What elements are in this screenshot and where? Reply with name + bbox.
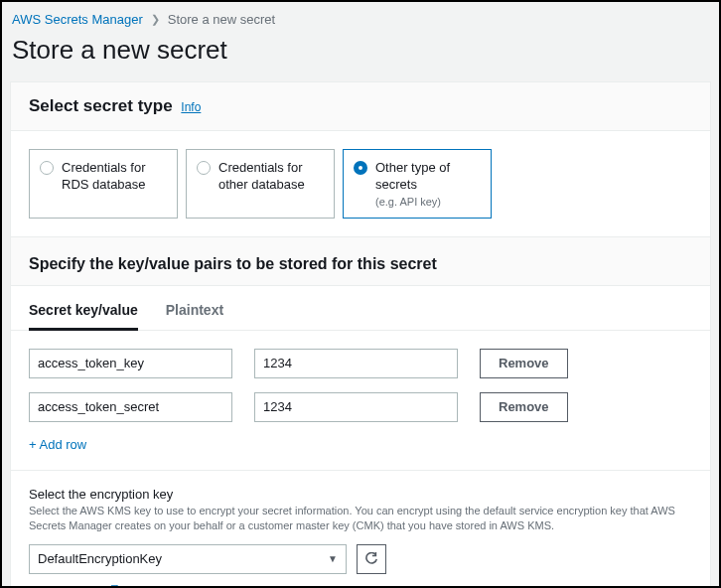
radio-other-secrets[interactable]: Other type of secrets (e.g. API key) (343, 149, 492, 219)
radio-hint: (e.g. API key) (375, 196, 481, 208)
tab-secret-key-value[interactable]: Secret key/value (29, 302, 138, 331)
secret-key-input[interactable] (29, 392, 232, 422)
chevron-right-icon: ❯ (151, 13, 160, 26)
secret-type-heading: Select secret type Info (11, 82, 710, 131)
page-title: Store a new secret (2, 29, 719, 81)
secret-value-input[interactable] (254, 349, 458, 378)
secret-key-input[interactable] (29, 349, 232, 378)
encryption-description: Select the AWS KMS key to use to encrypt… (29, 504, 692, 534)
secret-panel: Select secret type Info Credentials for … (10, 81, 711, 588)
caret-down-icon: ▼ (328, 553, 338, 564)
info-link[interactable]: Info (181, 100, 201, 114)
radio-label: Other type of secrets (375, 160, 481, 194)
refresh-icon (364, 552, 378, 566)
add-new-key-label: Add new key (29, 584, 102, 588)
remove-button[interactable]: Remove (480, 392, 568, 422)
encryption-section: Select the encryption key Select the AWS… (11, 470, 710, 588)
kv-tabs: Secret key/value Plaintext (11, 286, 710, 331)
radio-other-db-credentials[interactable]: Credentials for other database (186, 149, 335, 219)
breadcrumb: AWS Secrets Manager ❯ Store a new secret (2, 2, 719, 29)
encryption-label: Select the encryption key (29, 487, 692, 502)
tab-plaintext[interactable]: Plaintext (166, 302, 223, 330)
encryption-key-selected: DefaultEncryptionKey (38, 551, 162, 566)
encryption-key-select[interactable]: DefaultEncryptionKey ▼ (29, 544, 347, 574)
breadcrumb-current: Store a new secret (168, 12, 275, 27)
secret-type-options: Credentials for RDS database Credentials… (11, 131, 710, 236)
add-new-key-link[interactable]: Add new key (29, 584, 118, 588)
kv-rows: Remove Remove + Add row (11, 331, 710, 470)
refresh-button[interactable] (357, 544, 386, 574)
kv-heading: Specify the key/value pairs to be stored… (11, 236, 710, 286)
radio-icon (40, 161, 54, 175)
radio-rds-credentials[interactable]: Credentials for RDS database (29, 149, 178, 219)
add-row-link[interactable]: + Add row (29, 437, 86, 452)
radio-label: Credentials for other database (218, 160, 324, 194)
radio-icon (354, 161, 367, 175)
radio-icon (197, 161, 211, 175)
remove-button[interactable]: Remove (480, 349, 568, 378)
secret-type-heading-text: Select secret type (29, 96, 173, 115)
kv-row: Remove (29, 392, 692, 422)
radio-label: Credentials for RDS database (62, 160, 167, 194)
kv-row: Remove (29, 349, 692, 378)
breadcrumb-root-link[interactable]: AWS Secrets Manager (12, 12, 143, 27)
secret-value-input[interactable] (254, 392, 458, 422)
